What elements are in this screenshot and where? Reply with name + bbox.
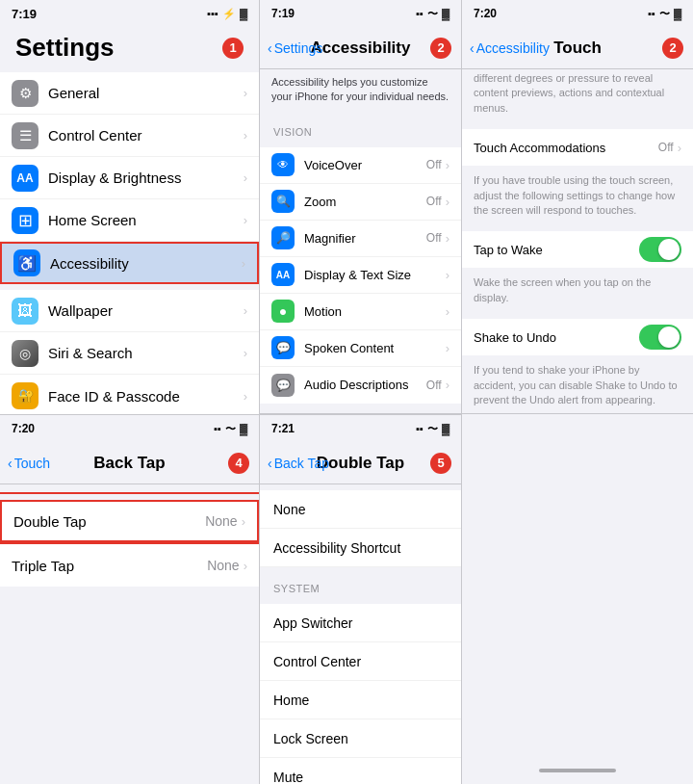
badge-1: 1: [222, 38, 244, 59]
acc-item-motion[interactable]: ● Motion ›: [260, 294, 461, 330]
acc-item-magnifier[interactable]: 🔎 Magnifier Off ›: [260, 221, 461, 257]
settings-item-wallpaper[interactable]: 🖼 Wallpaper ›: [0, 290, 259, 332]
acc-item-spoken[interactable]: 💬 Spoken Content ›: [260, 330, 461, 367]
back-to-accessibility[interactable]: ‹ Accessibility: [470, 40, 550, 56]
settings-item-home-screen[interactable]: ⊞ Home Screen ›: [0, 199, 259, 242]
dt-control-center[interactable]: Control Center: [260, 642, 461, 681]
voiceover-label: VoiceOver: [304, 158, 426, 172]
battery-5-icon: ▓: [442, 423, 449, 434]
dt-home[interactable]: Home: [260, 681, 461, 719]
dt-app-switcher[interactable]: App Switcher: [260, 604, 461, 642]
home-screen-chevron: ›: [244, 213, 247, 227]
triple-tap-value: None: [207, 558, 239, 573]
status-bar-2: 7:19 ▪▪ 〜 ▓: [260, 0, 461, 27]
touch-acc-label: Touch Accommodations: [474, 141, 658, 155]
dt-accessibility-shortcut[interactable]: Accessibility Shortcut: [260, 529, 461, 567]
shake-undo-item[interactable]: Shake to Undo: [462, 319, 693, 355]
shake-undo-knob: [658, 327, 680, 348]
display-label: Display & Brightness: [48, 170, 244, 186]
status-icons-1: ▪▪▪ ⚡ ▓: [207, 8, 247, 20]
section-physical: PHYSICAL AND MOTOR: [260, 409, 461, 413]
control-center-label: Control Center: [48, 127, 244, 144]
dt-lock-screen[interactable]: Lock Screen: [260, 719, 461, 758]
nav-bar-2: ‹ Settings Accessibility 2: [260, 27, 461, 69]
signal-3-icon: ▪▪: [648, 8, 655, 19]
accessibility-desc: Accessibility helps you customize your i…: [260, 69, 461, 113]
settings-item-general[interactable]: ⚙ General ›: [0, 72, 259, 115]
back-arrow-2: ‹: [268, 40, 272, 56]
tap-to-wake-knob: [658, 239, 680, 260]
display-icon: AA: [12, 165, 38, 192]
touch-accommodations-group: Touch Accommodations Off ›: [462, 129, 693, 166]
acc-item-audio-desc[interactable]: 💬 Audio Descriptions Off ›: [260, 367, 461, 404]
dt-none[interactable]: None: [260, 490, 461, 529]
back-tap-scroll[interactable]: Double Tap None › Triple Tap None ›: [0, 484, 259, 784]
back-to-touch[interactable]: ‹ Touch: [8, 456, 50, 471]
signal-5-icon: ▪▪: [416, 423, 424, 434]
accessibility-label: Accessibility: [50, 255, 242, 272]
siri-chevron: ›: [244, 346, 247, 360]
bottom-spacer-4: [0, 592, 259, 689]
dt-mute[interactable]: Mute: [260, 758, 461, 784]
shake-undo-toggle[interactable]: [639, 325, 681, 350]
settings-item-siri[interactable]: ◎ Siri & Search ›: [0, 332, 259, 375]
time-3: 7:20: [474, 7, 497, 20]
back-to-back-tap[interactable]: ‹ Back Tap: [268, 456, 329, 471]
nav-bar-4: ‹ Touch Back Tap 4: [0, 442, 259, 484]
audio-desc-icon: 💬: [271, 374, 295, 397]
dt-home-label: Home: [273, 693, 309, 708]
tap-to-wake-label: Tap to Wake: [474, 243, 639, 257]
nav-bar-5: ‹ Back Tap Double Tap 5: [260, 442, 461, 484]
back-label-2: Settings: [274, 40, 323, 56]
double-tap-scroll[interactable]: None Accessibility Shortcut SYSTEM App S…: [260, 484, 461, 784]
settings-item-face-id[interactable]: 🔐 Face ID & Passcode ›: [0, 375, 259, 417]
motion-label: Motion: [304, 304, 446, 319]
settings-title: Settings: [15, 33, 222, 63]
triple-tap-item[interactable]: Triple Tap None ›: [0, 544, 259, 587]
face-id-label: Face ID & Passcode: [48, 388, 244, 405]
spoken-icon: 💬: [271, 336, 295, 359]
double-tap-item[interactable]: Double Tap None ›: [0, 500, 259, 542]
status-bar-3: 7:20 ▪▪ 〜 ▓: [462, 0, 693, 27]
zoom-chevron: ›: [446, 195, 449, 209]
accessibility-vision-group: 👁 VoiceOver Off › 🔍 Zoom Off › 🔎 Magnifi…: [260, 147, 461, 404]
control-center-chevron: ›: [244, 128, 247, 143]
dt-app-switcher-label: App Switcher: [273, 615, 352, 631]
badge-4: 4: [228, 453, 249, 474]
status-icons-4: ▪▪ 〜 ▓: [214, 422, 247, 436]
dt-none-group: None Accessibility Shortcut: [260, 490, 461, 567]
double-tap-value: None: [205, 513, 237, 529]
settings-item-display[interactable]: AA Display & Brightness ›: [0, 157, 259, 199]
tap-to-wake-toggle[interactable]: [639, 237, 681, 262]
dt-mute-label: Mute: [273, 770, 303, 785]
section-vision: VISION: [260, 113, 461, 142]
wifi-icon: ⚡: [222, 8, 236, 20]
status-bar-1: 7:19 ▪▪▪ ⚡ ▓: [0, 0, 259, 27]
acc-item-display-text[interactable]: AA Display & Text Size ›: [260, 257, 461, 294]
touch-accommodations-item[interactable]: Touch Accommodations Off ›: [462, 129, 693, 166]
tap-to-wake-item[interactable]: Tap to Wake: [462, 231, 693, 268]
dt-system-section: SYSTEM: [260, 573, 461, 598]
back-tap-nav-title: Back Tap: [93, 454, 165, 473]
acc-item-voiceover[interactable]: 👁 VoiceOver Off ›: [260, 147, 461, 184]
home-screen-icon: ⊞: [12, 207, 38, 234]
voiceover-chevron: ›: [446, 158, 449, 172]
accessibility-scroll[interactable]: Accessibility helps you customize your i…: [260, 69, 461, 413]
face-id-icon: 🔐: [12, 382, 38, 409]
panel-accessibility: 7:19 ▪▪ 〜 ▓ ‹ Settings Accessibility 2 A…: [260, 0, 462, 414]
back-to-settings[interactable]: ‹ Settings: [268, 40, 322, 56]
acc-item-zoom[interactable]: 🔍 Zoom Off ›: [260, 184, 461, 221]
dt-lock-screen-label: Lock Screen: [273, 731, 348, 746]
touch-scroll[interactable]: different degrees or pressure to reveal …: [462, 69, 693, 414]
siri-label: Siri & Search: [48, 345, 244, 361]
settings-group-2: 🖼 Wallpaper › ◎ Siri & Search › 🔐 Face I…: [0, 290, 259, 417]
zoom-value: Off: [426, 195, 442, 208]
back-label-4: Touch: [14, 456, 50, 471]
display-text-chevron: ›: [446, 268, 449, 282]
general-chevron: ›: [244, 86, 247, 100]
settings-item-control-center[interactable]: ☰ Control Center ›: [0, 115, 259, 157]
settings-item-accessibility[interactable]: ♿ Accessibility ›: [0, 242, 259, 284]
touch-acc-value: Off: [658, 141, 674, 154]
spoken-label: Spoken Content: [304, 341, 446, 355]
audio-desc-chevron: ›: [446, 378, 449, 392]
